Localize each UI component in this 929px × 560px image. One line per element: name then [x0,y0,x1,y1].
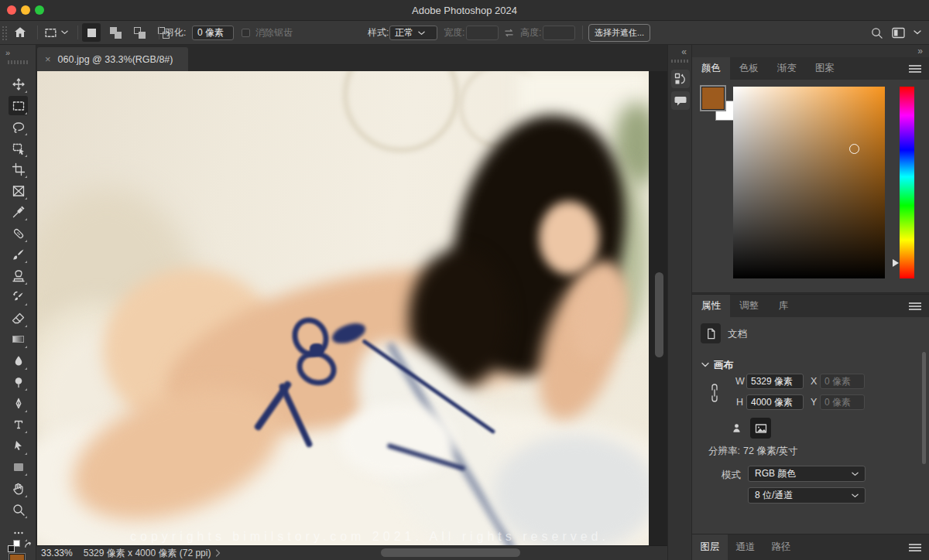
vertical-scrollbar-thumb[interactable] [655,272,663,357]
history-brush-icon [12,290,26,304]
layers-panel-tabs: 图层 通道 路径 [692,534,929,560]
tab-patterns[interactable]: 图案 [806,57,844,80]
tab-channels[interactable]: 通道 [728,534,763,560]
portrait-orientation-button[interactable] [726,418,747,439]
path-selection-tool[interactable] [9,436,28,456]
status-disclosure-icon[interactable] [215,549,221,557]
add-to-selection-button[interactable] [106,23,125,42]
canvas-width-input[interactable] [746,374,804,389]
panel-collapse-icon[interactable]: » [917,46,923,56]
y-label: Y [811,397,817,408]
lasso-tool[interactable] [9,117,28,136]
canvas-height-input[interactable] [746,394,804,410]
home-button[interactable] [13,21,27,44]
bit-depth-dropdown[interactable]: 8 位/通道 [748,487,866,504]
workspace-switcher-button[interactable] [891,21,906,44]
section-chevron-icon[interactable] [701,362,709,367]
document-tab[interactable]: × 060.jpg @ 33.3%(RGB/8#) [37,47,188,71]
spot-healing-brush-tool[interactable] [9,224,28,243]
blur-tool[interactable] [9,351,28,370]
zoom-level[interactable]: 33.33% [41,548,73,558]
document-properties-button[interactable] [701,323,721,343]
horizontal-scrollbar-thumb[interactable] [381,548,520,557]
canvas-photo[interactable]: copyrights bimilstory.com 2021. All righ… [37,71,649,545]
width-input[interactable] [466,26,499,40]
eraser-tool[interactable] [9,309,28,328]
options-grip[interactable] [5,25,7,40]
tab-swatches[interactable]: 色板 [730,57,768,80]
pen-tool[interactable] [9,394,28,413]
comments-panel-button[interactable] [671,91,690,110]
tab-libraries[interactable]: 库 [768,295,799,317]
history-panel-button[interactable] [671,70,690,88]
hue-strip[interactable] [900,87,914,278]
dodge-tool[interactable] [9,372,28,391]
rectangular-marquee-tool[interactable] [9,96,28,115]
close-tab-icon[interactable]: × [45,53,51,65]
properties-panel-menu-button[interactable] [909,295,929,317]
tab-paths[interactable]: 路径 [763,534,799,560]
toolbar-grip[interactable] [8,60,28,64]
type-icon [12,418,26,432]
foreground-color-swatch[interactable] [9,554,25,560]
ellipsis-icon [12,526,26,540]
tool-preset-picker[interactable] [43,21,68,44]
workspace-chevron[interactable] [914,21,921,44]
style-dropdown[interactable]: 正常 [389,26,437,40]
hand-tool[interactable] [9,479,28,498]
canvas-y-input[interactable] [820,394,865,410]
zoom-tool[interactable] [9,500,28,519]
search-button[interactable] [870,21,883,44]
color-panel-menu-button[interactable] [909,57,929,80]
comment-bubble-icon [674,94,687,108]
color-cursor[interactable] [849,144,859,154]
object-selection-tool[interactable] [9,138,28,158]
dock-grip[interactable] [671,60,690,63]
document-area: × 060.jpg @ 33.3%(RGB/8#) [36,45,667,560]
select-and-mask-button[interactable]: 选择并遮住... [588,24,650,42]
swap-dimensions-button[interactable] [503,21,515,44]
move-tool[interactable] [9,74,28,94]
default-colors-button[interactable] [8,540,20,552]
landscape-orientation-button[interactable] [750,418,771,439]
gradient-tool[interactable] [9,330,28,349]
color-mode-dropdown[interactable]: RGB 颜色 [748,466,866,482]
tab-adjustments[interactable]: 调整 [730,295,768,317]
options-grip[interactable] [2,25,4,40]
tab-gradients[interactable]: 渐变 [768,57,806,80]
eyedropper-tool[interactable] [9,202,28,221]
layers-panel-menu-button[interactable] [909,534,929,560]
brush-tool[interactable] [9,244,28,264]
properties-scrollbar-thumb[interactable] [922,352,926,464]
toolbar-expand-icon[interactable]: » [5,48,9,57]
search-icon [870,26,883,39]
canvas-section-label[interactable]: 画布 [714,359,733,372]
document-info: 5329 像素 x 4000 像素 (72 ppi) [84,547,211,560]
swap-colors-icon[interactable] [23,540,33,550]
height-input[interactable] [543,26,575,40]
crop-icon [12,162,26,176]
tab-properties[interactable]: 属性 [692,295,730,317]
rectangle-tool[interactable] [9,457,28,476]
frame-tool[interactable] [9,181,28,200]
foreground-color-swatch[interactable] [701,87,725,110]
clone-stamp-tool[interactable] [9,266,28,285]
saturation-brightness-box[interactable] [733,87,885,278]
feather-label: 羽化: [165,21,186,44]
height-label: 高度: [520,21,541,44]
hamburger-icon [909,65,921,73]
dock-collapse-icon[interactable]: « [681,46,687,57]
tab-layers[interactable]: 图层 [692,534,728,560]
hue-slider-arrow[interactable] [893,259,899,267]
photo-bow-knot [310,343,324,356]
history-brush-tool[interactable] [9,287,28,306]
link-dimensions-icon[interactable] [709,379,720,407]
tab-color[interactable]: 颜色 [692,57,730,80]
antialias-checkbox[interactable] [242,21,250,44]
canvas-x-input[interactable] [820,374,865,389]
new-selection-button[interactable] [82,23,101,42]
type-tool[interactable] [9,415,28,434]
crop-tool[interactable] [9,159,28,179]
subtract-from-selection-button[interactable] [130,23,149,42]
feather-input[interactable] [192,26,234,40]
